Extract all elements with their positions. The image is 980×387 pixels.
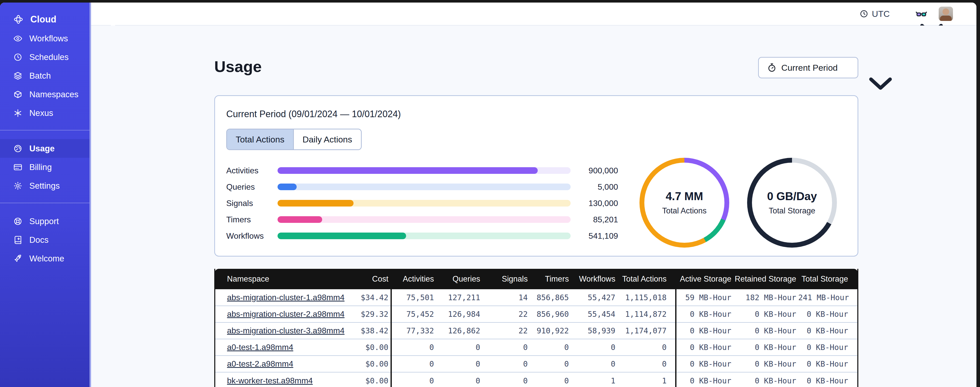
- usage-chart-row: Activities 900,000 Queries: [226, 156, 846, 248]
- cell-total-storage: 0 KB-Hour: [799, 356, 858, 372]
- bar-label: Signals: [226, 198, 271, 208]
- cell-total-storage: 0 KB-Hour: [799, 339, 858, 356]
- sidebar-brand[interactable]: Cloud: [0, 10, 89, 29]
- sidebar-item-support[interactable]: Support: [0, 212, 89, 230]
- cell-total-actions: 1: [617, 372, 676, 387]
- welcome-rocket-icon: [13, 254, 22, 263]
- sidebar-item-nexus[interactable]: Nexus: [0, 104, 89, 122]
- usage-bar-chart: Activities 900,000 Queries: [226, 162, 618, 248]
- namespace-link[interactable]: bk-worker-test.a98mm4: [227, 376, 313, 385]
- sidebar-item-label: Billing: [29, 162, 52, 172]
- col-total-storage: Total Storage: [799, 269, 858, 289]
- tab-daily-actions[interactable]: Daily Actions: [293, 130, 361, 149]
- sidebar-collapse-chevron-left-icon[interactable]: [71, 16, 79, 23]
- sidebar-item-docs[interactable]: Docs: [0, 230, 89, 249]
- table-row: abs-migration-cluster-2.a98mm4 $29.32 75…: [215, 306, 858, 322]
- labs-glasses-icon[interactable]: [915, 8, 928, 20]
- col-signals: Signals: [482, 269, 530, 289]
- cell-activities: 75,452: [391, 306, 436, 322]
- usage-bar-row: Signals 130,000: [226, 195, 618, 211]
- cell-retained-storage: 0 KB-Hour: [733, 322, 798, 339]
- cell-retained-storage: 0 KB-Hour: [733, 372, 798, 387]
- col-cost: Cost: [337, 269, 391, 289]
- bar-value: 541,109: [577, 231, 618, 241]
- namespace-usage-table: Namespace Cost Activities Queries Signal…: [214, 269, 858, 387]
- cell-active-storage: 0 KB-Hour: [676, 322, 733, 339]
- sidebar: Cloud Workflows Schedules Batch Namespac…: [0, 3, 91, 387]
- sidebar-item-label: Welcome: [29, 254, 64, 264]
- namespace-link[interactable]: abs-migration-cluster-2.a98mm4: [227, 309, 345, 318]
- table-header-row: Namespace Cost Activities Queries Signal…: [215, 269, 858, 289]
- donut-label: Total Storage: [769, 206, 816, 216]
- cell-signals: 14: [482, 289, 530, 306]
- sidebar-item-batch[interactable]: Batch: [0, 66, 89, 85]
- col-queries: Queries: [436, 269, 482, 289]
- bar-track: [277, 167, 571, 174]
- cell-queries: 0: [436, 372, 482, 387]
- tab-total-actions[interactable]: Total Actions: [227, 130, 293, 149]
- bar-label: Workflows: [226, 231, 271, 241]
- sidebar-item-schedules[interactable]: Schedules: [0, 48, 89, 66]
- chevron-down-icon: [893, 10, 900, 17]
- user-menu-chevron-down-icon[interactable]: [958, 10, 964, 17]
- table-row: abs-migration-cluster-3.a98mm4 $38.42 77…: [215, 322, 858, 339]
- bar-value: 130,000: [577, 198, 618, 208]
- page-title: Usage: [214, 58, 262, 75]
- cell-cost: $34.42: [337, 289, 391, 306]
- period-selector-label: Current Period: [781, 63, 838, 73]
- col-timers: Timers: [530, 269, 571, 289]
- namespace-link[interactable]: a0-test-2.a98mm4: [227, 359, 293, 368]
- table-row: abs-migration-cluster-1.a98mm4 $34.42 75…: [215, 289, 858, 306]
- bar-track: [277, 233, 571, 239]
- col-active-storage: Active Storage: [676, 269, 733, 289]
- cell-retained-storage: 0 KB-Hour: [733, 356, 798, 372]
- usage-bar-row: Workflows 541,109: [226, 228, 618, 244]
- bar-track: [277, 184, 571, 190]
- cell-queries: 126,862: [436, 322, 482, 339]
- cell-queries: 126,984: [436, 306, 482, 322]
- period-selector-button[interactable]: Current Period: [758, 57, 858, 78]
- namespace-link[interactable]: a0-test-1.a98mm4: [227, 342, 293, 352]
- namespace-link[interactable]: abs-migration-cluster-1.a98mm4: [227, 293, 345, 302]
- sidebar-item-usage[interactable]: Usage: [0, 139, 89, 158]
- sidebar-divider: [0, 130, 89, 130]
- avatar[interactable]: [939, 6, 953, 21]
- cell-namespace: a0-test-2.a98mm4: [215, 356, 337, 372]
- col-retained-storage: Retained Storage: [733, 269, 798, 289]
- table-row: a0-test-1.a98mm4 $0.00 0 0 0 0 0 0 0 KB-…: [215, 339, 858, 356]
- cell-retained-storage: 0 KB-Hour: [733, 306, 798, 322]
- cell-namespace: bk-worker-test.a98mm4: [215, 372, 337, 387]
- table-row: bk-worker-test.a98mm4 $0.00 0 0 0 0 1 1 …: [215, 372, 858, 387]
- bar-label: Queries: [226, 182, 271, 192]
- sidebar-item-namespaces[interactable]: Namespaces: [0, 85, 89, 104]
- cell-queries: 0: [436, 356, 482, 372]
- col-activities: Activities: [391, 269, 436, 289]
- clock-icon: [860, 10, 868, 18]
- bar-value: 85,201: [577, 215, 618, 224]
- stopwatch-icon: [767, 63, 777, 72]
- billing-card-icon: [13, 163, 22, 172]
- donut-value: 4.7 MM: [666, 190, 703, 203]
- cell-cost: $0.00: [337, 339, 391, 356]
- total-storage-donut: 0 GB/Day Total Storage: [747, 158, 837, 248]
- main-area: UTC Usage Current Period Current Period …: [91, 3, 977, 387]
- cell-active-storage: 0 KB-Hour: [676, 356, 733, 372]
- sidebar-item-label: Schedules: [29, 52, 68, 62]
- cell-workflows: 1: [571, 372, 617, 387]
- sidebar-item-label: Settings: [29, 181, 60, 191]
- support-lifebuoy-icon: [13, 217, 22, 226]
- bar-fill: [277, 233, 406, 239]
- timezone-dropdown[interactable]: UTC: [860, 9, 900, 19]
- cell-total-actions: 1,115,018: [617, 289, 676, 306]
- total-actions-donut: 4.7 MM Total Actions: [640, 158, 729, 248]
- cell-workflows: 55,454: [571, 306, 617, 322]
- settings-gear-icon: [13, 181, 22, 190]
- donut-center: 0 GB/Day Total Storage: [747, 158, 837, 248]
- sidebar-item-welcome[interactable]: Welcome: [0, 249, 89, 268]
- sidebar-item-billing[interactable]: Billing: [0, 158, 89, 176]
- namespace-link[interactable]: abs-migration-cluster-3.a98mm4: [227, 326, 345, 335]
- bar-fill: [277, 216, 322, 223]
- sidebar-item-workflows[interactable]: Workflows: [0, 29, 89, 48]
- cell-activities: 0: [391, 356, 436, 372]
- sidebar-item-settings[interactable]: Settings: [0, 176, 89, 195]
